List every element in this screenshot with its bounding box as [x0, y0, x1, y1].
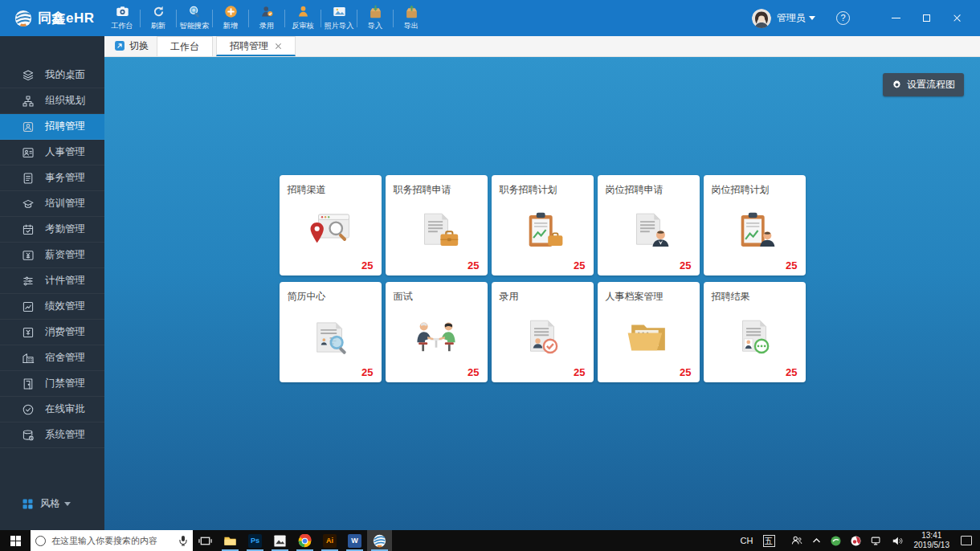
language-indicator[interactable]: CH	[741, 536, 753, 545]
taskbar-app-photos[interactable]	[267, 530, 292, 551]
main-content: 设置流程图 招聘渠道25职务招聘申请25职务招聘计划25岗位招聘申请25岗位招聘…	[104, 57, 980, 530]
sidebar-item-attend[interactable]: 考勤管理	[0, 217, 104, 243]
taskbar-app-word[interactable]: W	[342, 530, 367, 551]
toolbar-label: 新增	[223, 21, 238, 31]
module-card-clipboard-briefcase[interactable]: 职务招聘计划25	[492, 175, 594, 276]
sidebar-item-org[interactable]: 组织规划	[0, 88, 104, 114]
module-card-doc-check[interactable]: 录用25	[492, 282, 594, 382]
sidebar-item-train[interactable]: 培训管理	[0, 191, 104, 217]
windows-logo-icon	[10, 536, 21, 546]
toolbar-button-export[interactable]: 导出	[395, 0, 427, 36]
search-input[interactable]	[51, 536, 178, 545]
card-count-badge: 25	[786, 366, 797, 378]
taskbar-app-illustrator[interactable]: Ai	[317, 530, 342, 551]
module-card-interview[interactable]: 面试25	[386, 282, 488, 382]
toolbar-button-photo-import[interactable]: 照片导入	[323, 0, 355, 36]
card-count-badge: 25	[574, 366, 585, 378]
toolbar-button-camera[interactable]: 工作台	[106, 0, 138, 36]
module-card-channel[interactable]: 招聘渠道25	[280, 175, 382, 276]
sidebar-item-system[interactable]: 系统管理	[0, 422, 104, 448]
toolbar-button-add[interactable]: 新增	[214, 0, 247, 36]
tab-workbench[interactable]: 工作台	[157, 36, 213, 56]
toolbar-button-hire[interactable]: 录用	[251, 0, 283, 36]
sidebar-item-label: 系统管理	[45, 428, 85, 442]
sidebar-item-salary[interactable]: 薪资管理	[0, 243, 104, 268]
tab-close-icon[interactable]	[275, 43, 282, 50]
sidebar-item-consume[interactable]: 消费管理	[0, 320, 104, 345]
system-icon	[22, 429, 35, 442]
sidebar-item-piece[interactable]: 计件管理	[0, 268, 104, 294]
sidebar: 我的桌面组织规划招聘管理人事管理事务管理培训管理考勤管理薪资管理计件管理绩效管理…	[0, 36, 104, 530]
layers-icon	[22, 69, 35, 82]
start-button[interactable]	[0, 530, 31, 551]
tray-app-green-icon[interactable]	[831, 536, 841, 546]
restore-button[interactable]	[914, 7, 938, 30]
module-card-resume-search[interactable]: 简历中心25	[280, 282, 382, 382]
toolbar-button-import[interactable]: 导入	[359, 0, 391, 36]
switch-icon	[114, 40, 125, 51]
taskbar-app-chrome[interactable]	[292, 530, 317, 551]
sidebar-item-label: 门禁管理	[45, 377, 85, 390]
module-card-clipboard-person[interactable]: 岗位招聘计划25	[704, 175, 806, 276]
toolbar-separator	[212, 10, 213, 27]
toolbar-button-unaudit[interactable]: 反审核	[287, 0, 319, 36]
help-button[interactable]: ?	[836, 11, 850, 25]
close-button[interactable]	[945, 7, 969, 30]
minimize-button[interactable]	[884, 7, 908, 30]
action-center-icon[interactable]	[961, 536, 972, 545]
doc-person-icon	[625, 211, 672, 250]
ime-indicator[interactable]: 五	[763, 535, 775, 547]
sidebar-item-recruit[interactable]: 招聘管理	[0, 114, 104, 140]
sidebar-item-doc-lines[interactable]: 事务管理	[0, 165, 104, 191]
module-card-folder[interactable]: 人事档案管理25	[598, 282, 700, 382]
set-flowchart-button[interactable]: 设置流程图	[883, 73, 964, 96]
channel-icon	[307, 211, 353, 250]
toolbar-button-refresh[interactable]: 刷新	[142, 0, 174, 36]
titlebar: 同鑫eHR 工作台刷新智能搜索新增录用反审核照片导入导入导出 管理员 ?	[0, 0, 980, 36]
card-title: 岗位招聘申请	[606, 183, 692, 197]
taskbar-app-file-explorer[interactable]	[218, 530, 243, 551]
card-title: 招聘结果	[712, 290, 798, 304]
task-view-icon	[198, 534, 212, 548]
titlebar-right: 管理员 ?	[752, 7, 980, 30]
desktop: 同鑫eHR 工作台刷新智能搜索新增录用反审核照片导入导入导出 管理员 ?	[0, 0, 980, 551]
sidebar-item-approve[interactable]: 在线审批	[0, 397, 104, 422]
toolbar-label: 工作台	[111, 21, 133, 31]
switch-label: 切换	[129, 39, 149, 53]
sidebar-item-dorm[interactable]: 宿舍管理	[0, 345, 104, 371]
sidebar-item-layers[interactable]: 我的桌面	[0, 63, 104, 88]
toolbar-separator	[357, 10, 357, 27]
people-icon[interactable]	[791, 535, 802, 546]
volume-icon[interactable]	[892, 536, 903, 546]
module-card-doc-person[interactable]: 岗位招聘申请25	[598, 175, 700, 276]
sidebar-item-perf[interactable]: 绩效管理	[0, 294, 104, 320]
hidden-icons-chevron[interactable]	[812, 537, 821, 544]
style-picker[interactable]: 风格	[22, 497, 71, 511]
taskbar-app-task-view[interactable]	[193, 530, 218, 551]
microphone-icon[interactable]	[178, 535, 188, 546]
sidebar-item-label: 宿舍管理	[45, 351, 85, 365]
toolbar-button-smart-search[interactable]: 智能搜索	[178, 0, 210, 36]
piece-icon	[22, 275, 35, 288]
sidebar-item-door[interactable]: 门禁管理	[0, 371, 104, 397]
user-menu-caret-icon[interactable]	[809, 16, 815, 20]
app-title: 同鑫eHR	[38, 9, 95, 27]
user-avatar[interactable]	[752, 9, 771, 28]
sidebar-menu: 我的桌面组织规划招聘管理人事管理事务管理培训管理考勤管理薪资管理计件管理绩效管理…	[0, 63, 104, 448]
module-card-doc-briefcase[interactable]: 职务招聘申请25	[386, 175, 488, 276]
user-name[interactable]: 管理员	[777, 11, 806, 25]
module-card-doc-dots[interactable]: 招聘结果25	[704, 282, 806, 382]
taskbar-app-photoshop[interactable]: Ps	[243, 530, 267, 551]
taskbar-search[interactable]	[31, 530, 193, 551]
taskbar-app-ehr-app[interactable]	[367, 530, 392, 551]
card-count-badge: 25	[361, 259, 373, 271]
switch-button[interactable]: 切换	[104, 35, 157, 56]
toolbar-label: 刷新	[151, 21, 165, 31]
tray-app-red-icon[interactable]	[851, 536, 861, 546]
gear-icon	[892, 80, 902, 90]
sidebar-item-people-card[interactable]: 人事管理	[0, 140, 104, 165]
taskbar-clock[interactable]: 13:41 2019/5/13	[914, 531, 950, 551]
tab-recruitment[interactable]: 招聘管理	[216, 36, 296, 56]
toolbar-separator	[321, 10, 321, 27]
network-icon[interactable]	[871, 536, 882, 546]
